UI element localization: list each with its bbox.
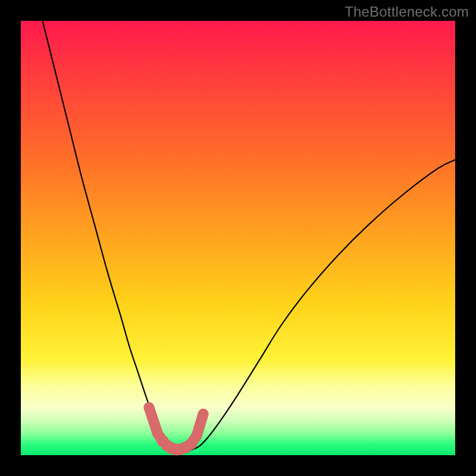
watermark-text: TheBottleneck.com [345, 4, 469, 20]
marker-dot [192, 430, 202, 441]
marker-dot [200, 411, 207, 418]
bottleneck-curve [43, 21, 456, 451]
marker-dot [145, 404, 152, 411]
outer-frame: TheBottleneck.com [0, 0, 476, 476]
plot-area [21, 21, 455, 455]
chart-svg [21, 21, 455, 455]
